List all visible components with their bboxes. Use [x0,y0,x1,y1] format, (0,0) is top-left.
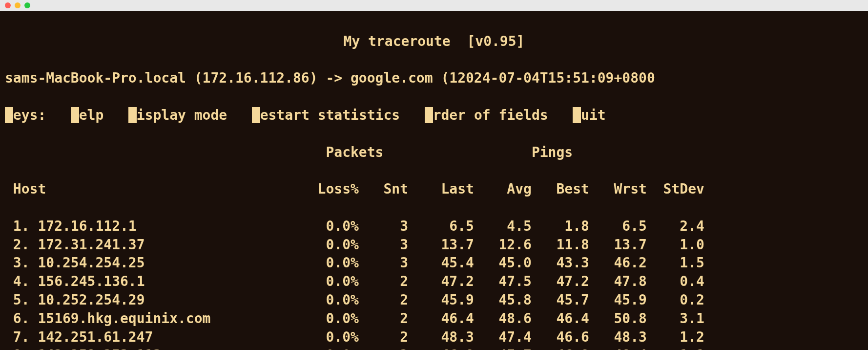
app-title: My traceroute [v0.95] [5,32,863,51]
hop-row: 2. 172.31.241.37 0.0% 3 13.7 12.6 11.8 1… [5,236,863,254]
minimize-icon[interactable] [15,2,21,8]
terminal-output[interactable]: My traceroute [v0.95] sams-MacBook-Pro.l… [0,11,868,350]
hop-row: 4. 156.245.136.1 0.0% 2 47.2 47.5 47.2 4… [5,272,863,291]
hop-row: 7. 142.251.61.247 0.0% 2 48.3 47.4 46.6 … [5,328,863,347]
app-version: [v0.95] [467,33,524,49]
key-H: H [71,107,79,123]
key-O: O [425,107,433,123]
app-name: My traceroute [344,33,451,49]
route-line: sams-MacBook-Pro.local (172.16.112.86) -… [5,69,863,88]
key-q: q [573,107,581,123]
zoom-icon[interactable] [24,2,30,8]
hop-row: 3. 10.254.254.25 0.0% 3 45.4 45.0 43.3 4… [5,254,863,272]
hop-row: 5. 10.252.254.29 0.0% 2 45.9 45.8 45.7 4… [5,291,863,309]
key-K: K [5,107,13,123]
hop-row: 1. 172.16.112.1 0.0% 3 6.5 4.5 1.8 6.5 2… [5,217,863,236]
hop-row: 6. 15169.hkg.equinix.com 0.0% 2 46.4 48.… [5,309,863,328]
column-group-header: Packets Pings [5,143,863,162]
keys-line: Keys: Help Display mode Restart statisti… [5,106,863,125]
key-R: R [252,107,260,123]
hop-row: 8. 142.251.253.113 0.0% 2 46.9 47.7 46.9… [5,346,863,350]
key-D: D [128,107,137,123]
close-icon[interactable] [5,2,11,8]
column-header-row: Host Loss% Snt Last Avg Best Wrst StDev [5,180,863,198]
window-titlebar [0,0,868,11]
